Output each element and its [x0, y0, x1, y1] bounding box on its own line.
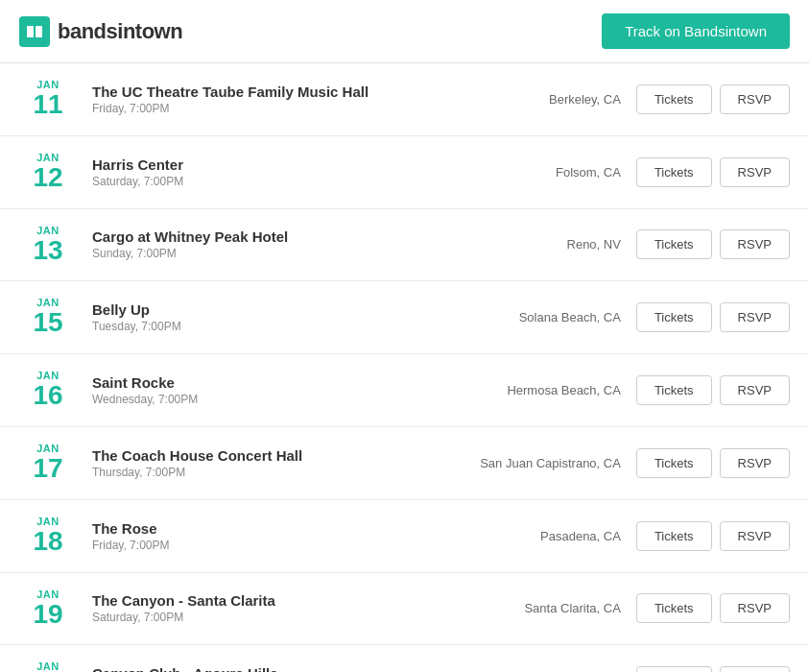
- logo-icon: [19, 16, 50, 47]
- event-time: Thursday, 7:00PM: [92, 466, 433, 479]
- event-date: JAN 11: [19, 79, 77, 120]
- event-day: 12: [19, 163, 77, 193]
- event-actions: Tickets RSVP: [636, 375, 790, 405]
- event-info: The Coach House Concert Hall Thursday, 7…: [77, 447, 448, 479]
- track-button[interactable]: Track on Bandsintown: [602, 13, 790, 49]
- event-day: 11: [19, 90, 77, 120]
- tickets-button[interactable]: Tickets: [636, 593, 712, 623]
- event-time: Tuesday, 7:00PM: [92, 320, 433, 333]
- event-info: Harris Center Saturday, 7:00PM: [77, 156, 448, 188]
- venue-name: Belly Up: [92, 301, 433, 318]
- venue-name: The Canyon - Santa Clarita: [92, 592, 433, 609]
- event-date: JAN 17: [19, 443, 77, 484]
- rsvp-button[interactable]: RSVP: [720, 448, 790, 478]
- rsvp-button[interactable]: RSVP: [720, 521, 790, 551]
- event-actions: Tickets RSVP: [636, 593, 790, 623]
- event-day: 18: [19, 527, 77, 557]
- event-date: JAN 16: [19, 370, 77, 411]
- logo-container: bandsintown: [19, 16, 182, 47]
- event-location: Santa Clarita, CA: [448, 601, 621, 615]
- event-location: Reno, NV: [448, 237, 621, 252]
- event-time: Sunday, 7:00PM: [92, 247, 433, 260]
- tickets-button[interactable]: Tickets: [636, 448, 712, 478]
- header: bandsintown Track on Bandsintown: [0, 0, 809, 63]
- page-wrapper: bandsintown Track on Bandsintown JAN 11 …: [0, 0, 809, 672]
- tickets-button[interactable]: Tickets: [636, 666, 712, 672]
- event-info: The UC Theatre Taube Family Music Hall F…: [77, 84, 448, 115]
- event-location: Solana Beach, CA: [448, 310, 621, 324]
- rsvp-button[interactable]: RSVP: [720, 229, 790, 259]
- tickets-button[interactable]: Tickets: [636, 84, 712, 114]
- venue-name: Canyon Club - Agoura Hills: [92, 665, 433, 672]
- event-location: Berkeley, CA: [448, 92, 621, 107]
- event-time: Saturday, 7:00PM: [92, 611, 433, 624]
- tickets-button[interactable]: Tickets: [636, 375, 712, 405]
- rsvp-button[interactable]: RSVP: [720, 593, 790, 623]
- event-date: JAN 15: [19, 297, 77, 338]
- event-row: JAN 16 Saint Rocke Wednesday, 7:00PM Her…: [0, 354, 809, 427]
- event-location: Hermosa Beach, CA: [448, 383, 621, 397]
- event-row: JAN 20 Canyon Club - Agoura Hills Sunday…: [0, 645, 809, 672]
- venue-name: Cargo at Whitney Peak Hotel: [92, 228, 433, 245]
- event-day: 13: [19, 236, 77, 266]
- event-date: JAN 20: [19, 660, 77, 672]
- event-date: JAN 19: [19, 588, 77, 630]
- event-date: JAN 12: [19, 152, 77, 193]
- event-row: JAN 15 Belly Up Tuesday, 7:00PM Solana B…: [0, 281, 809, 354]
- event-time: Wednesday, 7:00PM: [92, 393, 433, 406]
- event-time: Saturday, 7:00PM: [92, 175, 433, 188]
- event-location: San Juan Capistrano, CA: [448, 456, 621, 470]
- event-row: JAN 17 The Coach House Concert Hall Thur…: [0, 427, 809, 500]
- event-day: 19: [19, 600, 77, 630]
- event-row: JAN 12 Harris Center Saturday, 7:00PM Fo…: [0, 136, 809, 209]
- event-info: The Canyon - Santa Clarita Saturday, 7:0…: [77, 592, 448, 624]
- event-actions: Tickets RSVP: [636, 84, 790, 114]
- event-location: Pasadena, CA: [448, 529, 621, 543]
- logo-text: bandsintown: [58, 19, 182, 44]
- event-date: JAN 13: [19, 225, 77, 266]
- tickets-button[interactable]: Tickets: [636, 521, 712, 551]
- event-info: Saint Rocke Wednesday, 7:00PM: [77, 374, 448, 406]
- event-actions: Tickets RSVP: [636, 521, 790, 551]
- rsvp-button[interactable]: RSVP: [720, 375, 790, 405]
- event-actions: Tickets RSVP: [636, 666, 790, 672]
- event-actions: Tickets RSVP: [636, 448, 790, 478]
- event-row: JAN 19 The Canyon - Santa Clarita Saturd…: [0, 573, 809, 646]
- event-day: 17: [19, 454, 77, 484]
- svg-rect-1: [36, 26, 42, 37]
- venue-name: The Rose: [92, 520, 433, 537]
- event-actions: Tickets RSVP: [636, 157, 790, 187]
- event-date: JAN 18: [19, 516, 77, 557]
- events-list: JAN 11 The UC Theatre Taube Family Music…: [0, 63, 809, 672]
- event-actions: Tickets RSVP: [636, 229, 790, 259]
- venue-name: The Coach House Concert Hall: [92, 447, 433, 464]
- rsvp-button[interactable]: RSVP: [720, 84, 790, 114]
- venue-name: Saint Rocke: [92, 374, 433, 391]
- event-row: JAN 13 Cargo at Whitney Peak Hotel Sunda…: [0, 209, 809, 282]
- event-row: JAN 18 The Rose Friday, 7:00PM Pasadena,…: [0, 500, 809, 573]
- tickets-button[interactable]: Tickets: [636, 157, 712, 187]
- tickets-button[interactable]: Tickets: [636, 229, 712, 259]
- event-month: JAN: [19, 225, 77, 236]
- event-time: Friday, 7:00PM: [92, 102, 433, 115]
- event-month: JAN: [19, 588, 77, 600]
- event-info: Canyon Club - Agoura Hills Sunday, 7:00P…: [77, 665, 448, 672]
- rsvp-button[interactable]: RSVP: [720, 302, 790, 332]
- event-month: JAN: [19, 516, 77, 527]
- venue-name: Harris Center: [92, 156, 433, 173]
- venue-name: The UC Theatre Taube Family Music Hall: [92, 84, 433, 100]
- event-month: JAN: [19, 660, 77, 672]
- event-time: Friday, 7:00PM: [92, 539, 433, 552]
- rsvp-button[interactable]: RSVP: [720, 157, 790, 187]
- event-row: JAN 11 The UC Theatre Taube Family Music…: [0, 63, 809, 136]
- event-info: Belly Up Tuesday, 7:00PM: [77, 301, 448, 333]
- rsvp-button[interactable]: RSVP: [720, 666, 790, 672]
- event-month: JAN: [19, 152, 77, 163]
- svg-rect-0: [27, 26, 34, 37]
- event-info: Cargo at Whitney Peak Hotel Sunday, 7:00…: [77, 228, 448, 260]
- event-actions: Tickets RSVP: [636, 302, 790, 332]
- event-info: The Rose Friday, 7:00PM: [77, 520, 448, 552]
- event-location: Folsom, CA: [448, 165, 621, 180]
- tickets-button[interactable]: Tickets: [636, 302, 712, 332]
- event-day: 15: [19, 308, 77, 338]
